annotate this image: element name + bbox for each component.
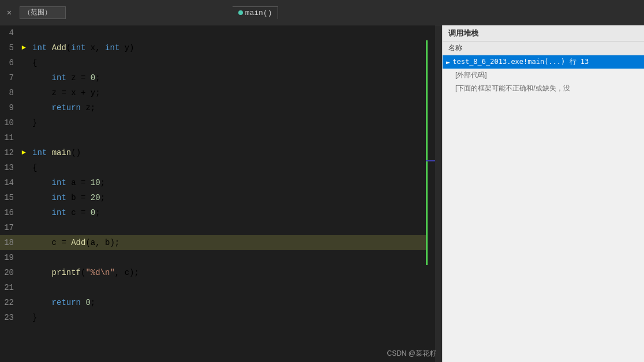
line-number: 4 — [0, 28, 18, 37]
code-line: 20 printf("%d\n", c); — [0, 265, 426, 280]
callstack-item[interactable]: [下面的框架可能不正确和/或缺失，没 — [443, 82, 644, 95]
callstack-item-text: test_8_6_2013.exe!main(...) 行 13 — [452, 57, 589, 67]
code-line: 10} — [0, 115, 426, 130]
line-code-content: int c = 0; — [29, 208, 426, 217]
line-number: 18 — [0, 238, 18, 247]
editor-body: 45►int Add(int x, int y)6{7 int z = 0;8 … — [0, 25, 442, 362]
tab-dot-icon — [238, 10, 243, 15]
line-number: 15 — [0, 193, 18, 202]
callstack-item-text: [下面的框架可能不正确和/或缺失，没 — [455, 84, 570, 93]
code-line: 18 c = Add(a, b); — [0, 235, 426, 250]
code-line: 17 — [0, 220, 426, 235]
code-line: 6{ — [0, 55, 426, 70]
main-tab[interactable]: main() — [233, 6, 279, 19]
line-code-content: } — [29, 313, 426, 322]
editor-panel: 45►int Add(int x, int y)6{7 int z = 0;8 … — [0, 25, 442, 362]
line-code-content: int Add(int x, int y) — [29, 43, 426, 52]
line-number: 9 — [0, 103, 18, 112]
callstack-item[interactable]: [外部代码] — [443, 69, 644, 82]
line-number: 19 — [0, 253, 18, 262]
code-line: 16 int c = 0; — [0, 205, 426, 220]
line-number: 8 — [0, 88, 18, 97]
tab-area: main() — [228, 6, 644, 19]
line-code-content: c = Add(a, b); — [29, 238, 426, 247]
code-line: 9 return z; — [0, 100, 426, 115]
top-bar: ✕ （范围） main() — [0, 0, 644, 25]
line-code-content: int z = 0; — [29, 73, 426, 82]
callstack-column-header: 名称 — [443, 42, 644, 55]
line-code-content: z = x + y; — [29, 88, 426, 97]
line-number: 7 — [0, 73, 18, 82]
line-number: 12 — [0, 148, 18, 157]
line-arrow-marker: ► — [18, 44, 29, 52]
line-code-content: return 0; — [29, 298, 426, 307]
gutter-green-indicator — [426, 40, 428, 265]
line-code-content: printf("%d\n", c); — [29, 268, 426, 277]
line-number: 13 — [0, 163, 18, 172]
close-button[interactable]: ✕ — [3, 7, 15, 18]
right-gutter — [426, 25, 435, 362]
code-lines-container[interactable]: 45►int Add(int x, int y)6{7 int z = 0;8 … — [0, 25, 426, 362]
line-code-content: { — [29, 163, 426, 172]
line-number: 5 — [0, 43, 18, 52]
line-number: 6 — [0, 58, 18, 67]
line-number: 14 — [0, 178, 18, 187]
code-line: 5►int Add(int x, int y) — [0, 40, 426, 55]
code-line: 22 return 0; — [0, 295, 426, 310]
scope-dropdown[interactable]: （范围） — [20, 6, 66, 19]
code-line: 19 — [0, 250, 426, 265]
main-content: 45►int Add(int x, int y)6{7 int z = 0;8 … — [0, 25, 644, 362]
line-number: 20 — [0, 268, 18, 277]
line-number: 17 — [0, 223, 18, 232]
line-number: 10 — [0, 118, 18, 127]
code-line: 12►int main() — [0, 145, 426, 160]
gutter-line-indicator — [426, 160, 435, 161]
line-code-content: int a = 10; — [29, 178, 426, 187]
line-code-content: return z; — [29, 103, 426, 112]
watermark: CSDN @菜花籽 — [387, 349, 436, 359]
line-number: 22 — [0, 298, 18, 307]
code-line: 14 int a = 10; — [0, 175, 426, 190]
line-code-content: { — [29, 58, 426, 67]
callstack-item-text: [外部代码] — [455, 70, 487, 80]
tab-label: main() — [245, 9, 272, 17]
callstack-item[interactable]: ►test_8_6_2013.exe!main(...) 行 13 — [443, 55, 644, 69]
code-line: 8 z = x + y; — [0, 85, 426, 100]
line-number: 11 — [0, 133, 18, 142]
line-number: 21 — [0, 283, 18, 292]
line-number: 16 — [0, 208, 18, 217]
line-code-content: int main() — [29, 148, 426, 157]
code-line: 11 — [0, 130, 426, 145]
scope-dropdown-area: （范围） — [15, 6, 228, 19]
callstack-list: ►test_8_6_2013.exe!main(...) 行 13[外部代码][… — [443, 55, 644, 95]
line-arrow-marker: ► — [18, 149, 29, 157]
callstack-arrow-icon: ► — [446, 58, 450, 66]
line-code-content: int b = 20; — [29, 193, 426, 202]
callstack-header: 调用堆栈 — [443, 25, 644, 42]
scope-label: （范围） — [24, 7, 51, 17]
code-line: 7 int z = 0; — [0, 70, 426, 85]
callstack-body — [443, 95, 644, 362]
code-line: 21 — [0, 280, 426, 295]
code-line: 13{ — [0, 160, 426, 175]
line-code-content: } — [29, 118, 426, 127]
mini-scrollbar[interactable] — [435, 25, 442, 362]
code-line: 15 int b = 20; — [0, 190, 426, 205]
code-line: 4 — [0, 25, 426, 40]
right-panel: 调用堆栈 名称 ►test_8_6_2013.exe!main(...) 行 1… — [442, 25, 644, 362]
line-number: 23 — [0, 313, 18, 322]
code-line: 23} — [0, 310, 426, 325]
